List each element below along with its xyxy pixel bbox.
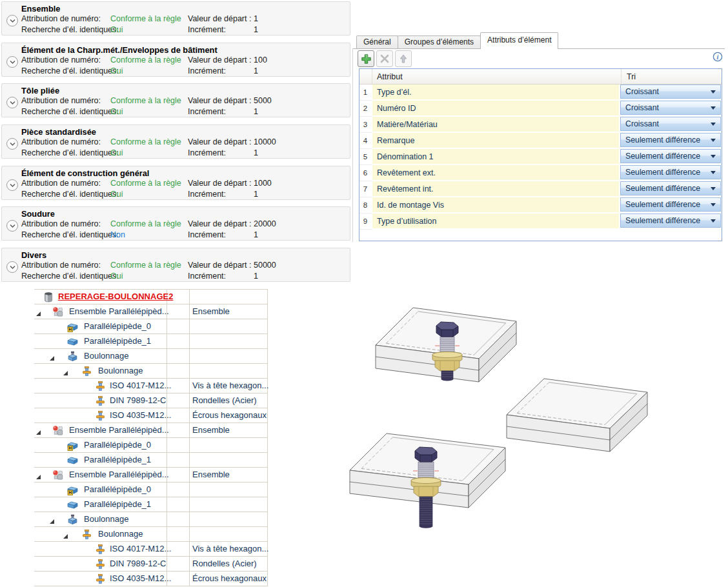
attribute-name[interactable]: Type d’él. bbox=[372, 85, 620, 101]
element-attributes-panel: GénéralGroupes d’élémentsAttributs d’élé… bbox=[353, 32, 725, 242]
tree-row[interactable]: ISO 4017-M12... Vis à tête hexagon... bbox=[34, 542, 267, 557]
tree-row[interactable]: REPERAGE-BOULONNAGE2 bbox=[34, 290, 267, 304]
rule-increment-label: Incrément: bbox=[188, 66, 226, 75]
attribute-row: 8 Id. de montage Vis Seulement différenc… bbox=[359, 197, 722, 214]
expand-arrow-icon[interactable] bbox=[49, 353, 55, 359]
rule-search-value: Non bbox=[110, 230, 125, 239]
sort-dropdown-value: Croissant bbox=[625, 87, 659, 96]
tree-row[interactable]: DIN 7989-12-C Rondelles (Acier) bbox=[34, 393, 267, 408]
move-up-attribute-button[interactable] bbox=[395, 50, 412, 67]
attribute-name[interactable]: Type d’utilisation bbox=[372, 214, 620, 230]
tree-row[interactable]: H Parallélépipède_0 bbox=[34, 483, 267, 497]
attribute-name[interactable]: Revêtement int. bbox=[372, 181, 620, 197]
row-number[interactable]: 6 bbox=[359, 165, 372, 181]
collapse-chevron-icon[interactable] bbox=[6, 56, 18, 68]
collapse-chevron-icon[interactable] bbox=[6, 97, 18, 108]
attribute-name[interactable]: Dénomination 1 bbox=[372, 149, 620, 165]
tree-row[interactable]: Parallélépipède_1 bbox=[34, 497, 267, 512]
sort-dropdown[interactable]: Seulement différence bbox=[620, 149, 721, 163]
tab-attributs-d-élément[interactable]: Attributs d’élément bbox=[480, 32, 558, 49]
bolted-assembly-top[interactable] bbox=[376, 308, 516, 382]
tree-row[interactable]: Boulonnage bbox=[34, 512, 267, 527]
collapse-chevron-icon[interactable] bbox=[6, 261, 18, 273]
sort-dropdown[interactable]: Seulement différence bbox=[620, 133, 721, 147]
tree-row[interactable]: Ensemble Parallélépipèd... Ensemble bbox=[34, 468, 267, 483]
rule-search-label: Recherche d’él. identiques: bbox=[21, 25, 119, 34]
rule-increment-label: Incrément: bbox=[188, 230, 226, 239]
tree-row[interactable]: DIN 7989-12-C Rondelles (Acier) bbox=[34, 557, 267, 572]
tree-row[interactable]: Ensemble Parallélépipèd... Ensemble bbox=[34, 423, 267, 438]
rule-increment-value: 1 bbox=[254, 190, 258, 199]
row-number[interactable]: 2 bbox=[359, 101, 372, 117]
chevron-down-icon bbox=[711, 203, 716, 206]
rule-increment-value: 1 bbox=[254, 66, 258, 75]
collapse-chevron-icon[interactable] bbox=[6, 179, 18, 191]
chevron-down-icon bbox=[711, 219, 716, 223]
add-attribute-button[interactable] bbox=[358, 50, 374, 67]
tree-row[interactable]: ISO 4035-M12... Écrous hexagonaux bbox=[34, 408, 267, 423]
sort-dropdown[interactable]: Croissant bbox=[620, 101, 721, 115]
tab-général[interactable]: Général bbox=[356, 35, 398, 48]
collapse-chevron-icon[interactable] bbox=[6, 15, 18, 26]
collapse-chevron-icon[interactable] bbox=[6, 220, 18, 232]
tree-item-type: Rondelles (Acier) bbox=[192, 395, 257, 405]
tree-item-label: Ensemble Parallélépipèd... bbox=[69, 425, 169, 435]
tab-groupes-d-éléments[interactable]: Groupes d’éléments bbox=[398, 35, 481, 48]
tree-row[interactable]: Boulonnage bbox=[34, 527, 267, 542]
attribute-row: 1 Type d’él. Croissant bbox=[359, 85, 722, 101]
tree-row[interactable]: ISO 4017-M12... Vis à tête hexagon... bbox=[34, 379, 267, 393]
row-number[interactable]: 4 bbox=[359, 133, 372, 149]
attribute-name[interactable]: Remarque bbox=[372, 133, 620, 149]
row-number[interactable]: 7 bbox=[359, 181, 372, 197]
tree-row[interactable]: H Parallélépipède_0 bbox=[34, 438, 267, 453]
sort-dropdown[interactable]: Seulement différence bbox=[620, 197, 721, 212]
row-number[interactable]: 5 bbox=[359, 149, 372, 165]
tree-item-label: ISO 4035-M12... bbox=[110, 410, 171, 420]
attribute-name[interactable]: Revêtement ext. bbox=[372, 165, 620, 181]
expand-arrow-icon[interactable] bbox=[35, 428, 41, 433]
delete-attribute-button[interactable] bbox=[376, 50, 393, 67]
tree-item-type: Ensemble bbox=[192, 425, 230, 435]
3d-viewport[interactable] bbox=[349, 284, 728, 587]
rule-search-value: Oui bbox=[110, 107, 123, 116]
collapse-chevron-icon[interactable] bbox=[6, 138, 18, 150]
rule-attribution-label: Attribution de numéro: bbox=[21, 219, 101, 228]
tree-row[interactable]: Boulonnage bbox=[34, 364, 267, 379]
tree-row[interactable]: Ensemble Parallélépipèd... Ensemble bbox=[34, 304, 267, 319]
expand-arrow-icon[interactable] bbox=[63, 532, 68, 537]
row-number[interactable]: 8 bbox=[359, 197, 372, 214]
expand-arrow-icon[interactable] bbox=[49, 517, 55, 522]
rule-attribution-value: Conforme à la règle bbox=[110, 179, 181, 188]
tree-row[interactable]: Parallélépipède_1 bbox=[34, 453, 267, 468]
row-number[interactable]: 3 bbox=[359, 117, 372, 133]
attribute-row: 6 Revêtement ext. Seulement différence bbox=[359, 165, 722, 181]
tree-row[interactable]: Boulonnage bbox=[34, 349, 267, 364]
attribute-name[interactable]: Matière/Matériau bbox=[372, 117, 620, 133]
rule-increment-label: Incrément: bbox=[188, 272, 226, 281]
table-header: Attribut Tri bbox=[359, 69, 722, 85]
expand-arrow-icon[interactable] bbox=[35, 472, 41, 478]
plus-icon bbox=[361, 54, 372, 65]
tree-row[interactable]: H Parallélépipède_0 bbox=[34, 319, 267, 334]
expand-arrow-icon[interactable] bbox=[35, 309, 41, 315]
bolted-assembly-bottom[interactable] bbox=[350, 433, 505, 528]
sort-dropdown[interactable]: Seulement différence bbox=[620, 214, 721, 228]
sort-dropdown[interactable]: Croissant bbox=[620, 117, 721, 131]
row-number[interactable]: 1 bbox=[359, 85, 372, 101]
numbering-rule-panel: Soudure Attribution de numéro: Conforme … bbox=[1, 206, 350, 241]
box-h-icon: H bbox=[67, 321, 78, 332]
tree-row[interactable]: Parallélépipède_1 bbox=[34, 334, 267, 349]
plate-stack-right[interactable] bbox=[507, 379, 647, 452]
sort-dropdown[interactable]: Seulement différence bbox=[620, 165, 721, 179]
sort-dropdown-value: Croissant bbox=[625, 103, 659, 112]
sort-dropdown[interactable]: Seulement différence bbox=[620, 181, 721, 195]
tree-row[interactable]: ISO 4035-M12... Écrous hexagonaux bbox=[34, 572, 267, 586]
expand-arrow-icon[interactable] bbox=[63, 368, 68, 374]
attribute-name[interactable]: Id. de montage Vis bbox=[372, 197, 620, 214]
attribute-name[interactable]: Numéro ID bbox=[372, 101, 620, 117]
info-icon[interactable]: i bbox=[713, 52, 723, 62]
row-number[interactable]: 9 bbox=[359, 214, 372, 230]
sort-dropdown[interactable]: Croissant bbox=[620, 85, 721, 99]
model-tree: REPERAGE-BOULONNAGE2 Ensemble Parallélép… bbox=[34, 289, 268, 586]
sort-dropdown-value: Seulement différence bbox=[625, 152, 700, 161]
